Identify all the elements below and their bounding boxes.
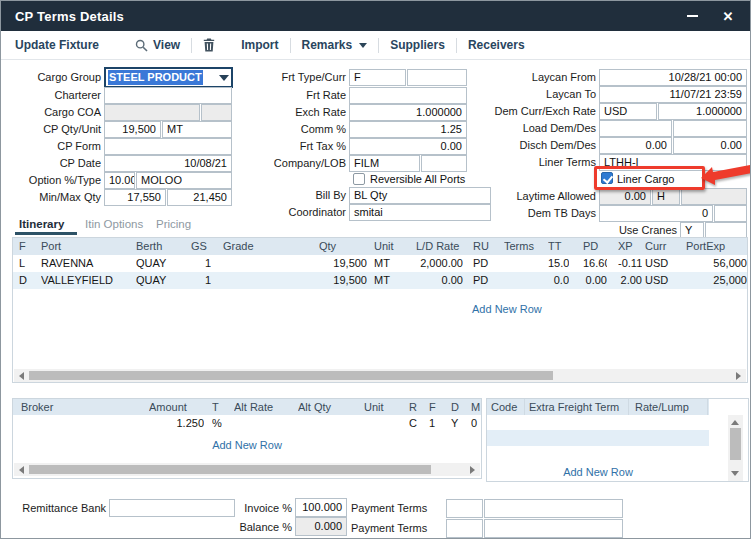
header-cell: Alt Rate [234,399,291,415]
charterer-field[interactable] [104,87,232,104]
scrollbar-thumb[interactable] [29,371,553,380]
payment-terms-2-text-field[interactable] [484,519,623,538]
cell: 2,000.00 [416,255,463,272]
itinerary-horizontal-scrollbar[interactable] [14,369,746,382]
cell: QUAY [136,272,191,289]
liner-cargo-checkbox[interactable] [601,172,613,184]
window-close-button[interactable]: ✕ [710,1,746,31]
scroll-up-icon[interactable] [731,420,739,425]
scroll-right-icon[interactable] [736,372,741,380]
scroll-left-icon[interactable] [19,466,24,474]
itinerary-row-load[interactable]: L RAVENNA QUAY 1 19,500 MT 2,000.00 PD 1… [13,255,747,272]
laycan-to-field[interactable]: 11/07/21 23:59 [599,86,747,103]
receivers-button[interactable]: Receivers [468,38,525,52]
disch-dem-field[interactable]: 0.00 [599,137,672,154]
cell: 19,500 [319,255,367,272]
tab-pricing[interactable]: Pricing [156,218,191,230]
dem-tb-days-field-2[interactable] [714,205,747,222]
extra-freight-add-new-row-link[interactable]: Add New Row [487,466,709,478]
cargo-coa-field-2 [201,104,232,121]
dem-tb-days-field[interactable]: 0 [599,205,713,222]
comm-pct-field[interactable]: 1.25 [349,121,467,138]
cell [223,255,319,272]
cargo-coa-field [104,104,200,121]
scroll-right-icon[interactable] [470,466,475,474]
frt-curr-field[interactable] [407,69,467,86]
extra-freight-vertical-scrollbar[interactable] [728,415,743,481]
cell: 1 [191,255,211,272]
cp-form-field[interactable] [104,138,232,155]
broker-grid: Broker Amount T Alt Rate Alt Qty Unit R … [12,398,482,479]
cell: MT [374,255,416,272]
cargo-group-select[interactable]: STEEL PRODUCT [104,67,233,88]
payment-terms-1-code-field[interactable] [446,499,483,518]
header-cell: RU [473,238,504,255]
cell: -0.11 [618,255,642,272]
lob-field[interactable] [421,155,467,172]
scroll-down-icon[interactable] [731,471,739,476]
invoice-pct-field[interactable]: 100.000 [295,498,347,517]
cell: PD [473,255,504,272]
minimize-icon [687,15,698,17]
laycan-from-field[interactable]: 10/28/21 00:00 [599,69,747,86]
scrollbar-thumb[interactable] [730,428,741,460]
update-fixture-button[interactable]: Update Fixture [15,38,99,52]
broker-row[interactable]: 1.250 % C 1 Y 0 [13,415,481,431]
header-cell: F [19,238,41,255]
cell [223,272,319,289]
reversible-all-ports-checkbox[interactable] [353,173,365,185]
remarks-button[interactable]: Remarks [302,38,368,52]
scrollbar-thumb[interactable] [29,465,431,474]
header-cell: GS [191,238,211,255]
dem-curr-field[interactable]: USD [599,103,657,120]
cell: C [409,415,421,431]
load-des-field[interactable] [673,120,747,137]
dem-exch-rate-field[interactable]: 1.000000 [658,103,747,120]
chevron-down-icon [359,43,367,48]
company-field[interactable]: FILM [349,155,420,172]
suppliers-button[interactable]: Suppliers [390,38,445,52]
max-qty-field[interactable]: 21,450 [167,189,232,206]
liner-terms-field[interactable]: LTHH-I [599,154,747,171]
broker-add-new-row-link[interactable]: Add New Row [13,439,481,451]
suppliers-label: Suppliers [390,38,445,52]
tab-itin-options[interactable]: Itin Options [85,218,143,230]
broker-horizontal-scrollbar[interactable] [14,463,480,476]
laycan-from-label: Laycan From [469,69,596,86]
load-dem-field[interactable] [599,120,672,137]
import-button[interactable]: Import [241,38,278,52]
itinerary-grid: F Port Berth GS Grade Qty Unit L/D Rate … [12,237,748,383]
disch-des-field[interactable]: 0.00 [673,137,747,154]
scroll-left-icon[interactable] [19,372,24,380]
cp-qty-field[interactable]: 19,500 [104,121,161,138]
cp-date-field[interactable]: 10/08/21 [104,155,232,172]
remittance-bank-field[interactable] [109,499,235,517]
delete-button[interactable] [203,38,215,52]
view-button[interactable]: View [135,38,180,52]
balance-pct-label: Balance % [231,519,292,536]
frt-tax-field[interactable]: 0.00 [349,138,467,155]
payment-terms-2-code-field[interactable] [446,519,483,538]
itinerary-row-discharge[interactable]: D VALLEYFIELD QUAY 1 19,500 MT 0.00 PD 0… [13,272,747,289]
tab-itinerary[interactable]: Itinerary [19,218,64,230]
extra-freight-row[interactable] [487,430,709,446]
frt-type-field[interactable]: F [349,69,406,86]
cell: Y [451,415,463,431]
extra-freight-row[interactable] [487,415,709,430]
option-pct-field[interactable]: 10.00 [104,172,135,189]
itinerary-add-new-row-link[interactable]: Add New Row [472,303,542,315]
payment-terms-1-text-field[interactable] [484,499,623,518]
option-type-field[interactable]: MOLOO [136,172,232,189]
cell: 0.00 [583,272,607,289]
header-cell: R [409,399,421,415]
min-qty-field[interactable]: 17,550 [104,189,166,206]
laytime-allowed-label: Laytime Allowed [469,188,596,205]
cell: 56,000 [686,255,747,272]
option-pct-type-label: Option %/Type [9,172,101,189]
cell: 1.250 [149,415,204,431]
frt-rate-field[interactable] [349,87,467,104]
header-cell: Extra Freight Term [525,399,629,415]
cp-unit-field[interactable]: MT [162,121,232,138]
exch-rate-field[interactable]: 1.000000 [349,104,467,121]
window-minimize-button[interactable] [674,1,710,31]
